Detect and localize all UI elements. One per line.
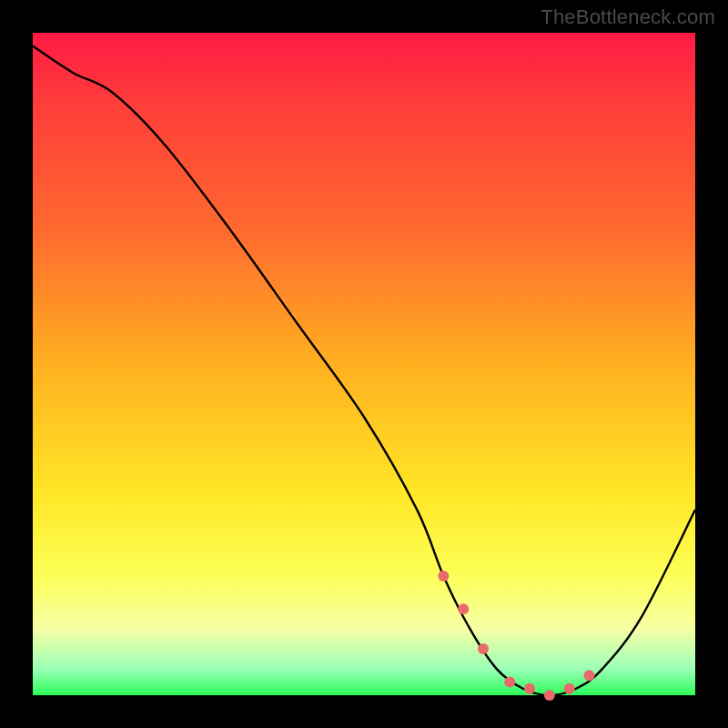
plot-area (33, 33, 695, 695)
highlight-dot (504, 676, 515, 687)
highlight-dot (438, 571, 449, 581)
bottleneck-curve (33, 46, 695, 695)
highlight-markers (438, 571, 594, 701)
chart-frame: TheBottleneck.com (0, 0, 728, 728)
attribution-label: TheBottleneck.com (541, 5, 715, 29)
highlight-dot (584, 670, 595, 681)
highlight-dot (524, 683, 535, 694)
curve-layer (33, 33, 695, 695)
highlight-dot (478, 643, 489, 654)
highlight-dot (564, 683, 575, 694)
highlight-dot (458, 603, 469, 614)
highlight-dot (544, 690, 555, 701)
